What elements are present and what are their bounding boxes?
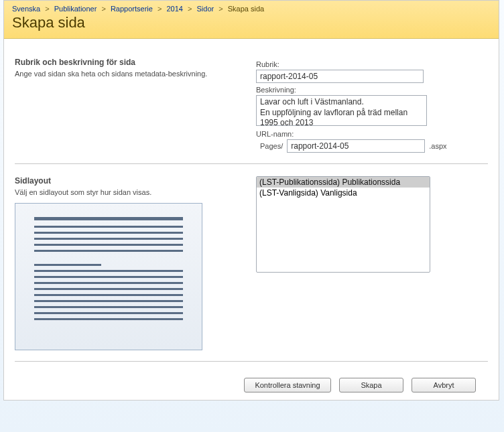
section-description: Välj en sidlayout som styr hur sidan vis… [15,188,236,196]
layout-preview [15,203,202,350]
section-description: Ange vad sidan ska heta och sidans metad… [15,70,236,78]
button-row: Kontrollera stavning Skapa Avbryt [15,368,488,399]
layout-option[interactable]: (LST-Publikationssida) Publikationssida [257,177,430,188]
breadcrumb-link[interactable]: Svenska [12,5,40,13]
section-heading: Rubrik och beskrivning för sida [15,58,236,67]
rubrik-input[interactable] [256,70,424,83]
page-title: Skapa sida [12,14,492,31]
spellcheck-button[interactable]: Kontrollera stavning [244,378,331,392]
rubrik-label: Rubrik: [256,60,488,68]
create-button[interactable]: Skapa [339,378,403,392]
breadcrumb-separator: > [101,5,105,13]
section-rubrik: Rubrik och beskrivning för sida Ange vad… [15,52,488,164]
url-label: URL-namn: [256,130,488,138]
layout-option[interactable]: (LST-Vanligsida) Vanligsida [257,188,430,198]
breadcrumb-link[interactable]: Rapportserie [111,5,153,13]
breadcrumb-link[interactable]: Publikationer [54,5,97,13]
breadcrumb-separator: > [45,5,49,13]
breadcrumb-current: Skapa sida [228,5,264,13]
breadcrumb-link[interactable]: Sidor [197,5,214,13]
breadcrumb-link[interactable]: 2014 [166,5,182,13]
page-header: Svenska > Publikationer > Rapportserie >… [4,1,499,39]
url-input[interactable] [287,139,425,153]
breadcrumb-separator: > [218,5,223,13]
beskrivning-label: Beskrivning: [256,86,488,94]
section-sidlayout: Sidlayout Välj en sidlayout som styr hur… [15,171,488,362]
breadcrumb-separator: > [188,5,192,13]
breadcrumb: Svenska > Publikationer > Rapportserie >… [12,5,492,13]
url-prefix: Pages/ [260,142,283,150]
cancel-button[interactable]: Avbryt [412,378,476,392]
beskrivning-textarea[interactable]: Lavar och luft i Västmanland. En uppfölj… [256,95,427,126]
url-suffix: .aspx [429,142,446,150]
section-heading: Sidlayout [15,176,236,186]
sidlayout-listbox[interactable]: (LST-Publikationssida) Publikationssida … [256,176,430,273]
breadcrumb-separator: > [158,5,162,13]
